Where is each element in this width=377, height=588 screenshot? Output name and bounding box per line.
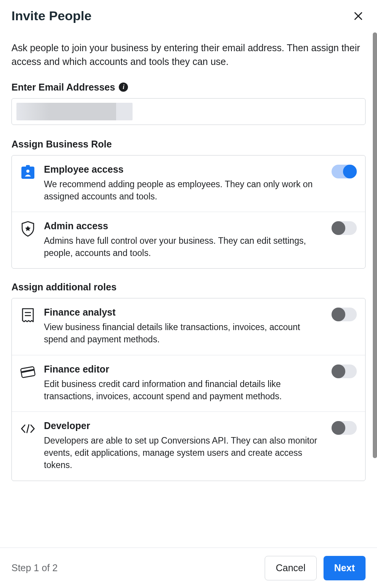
- dialog-footer: Step 1 of 2 Cancel Next: [0, 548, 377, 588]
- role-finance-editor: Finance editor Edit business credit card…: [12, 355, 365, 411]
- role-finance-analyst: Finance analyst View business financial …: [12, 298, 365, 355]
- receipt-icon: [20, 308, 36, 323]
- cancel-button[interactable]: Cancel: [265, 556, 317, 580]
- email-label-row: Enter Email Addresses i: [11, 82, 366, 93]
- role-developer: Developer Developers are able to set up …: [12, 411, 365, 481]
- scrollbar[interactable]: [373, 32, 377, 458]
- dialog-title: Invite People: [11, 8, 92, 23]
- role-title: Admin access: [44, 220, 323, 232]
- toggle-developer[interactable]: [332, 421, 357, 435]
- credit-card-icon: [20, 364, 36, 380]
- role-desc: Edit business credit card information an…: [44, 378, 323, 402]
- business-role-box: Employee access We recommend adding peop…: [11, 155, 366, 269]
- email-label: Enter Email Addresses: [11, 82, 115, 93]
- role-desc: Developers are able to set up Conversion…: [44, 434, 323, 471]
- role-desc: We recommend adding people as employees.…: [44, 178, 323, 202]
- toggle-finance-editor[interactable]: [332, 364, 357, 378]
- toggle-finance-analyst[interactable]: [332, 308, 357, 321]
- svg-point-3: [26, 170, 29, 173]
- next-button[interactable]: Next: [324, 556, 366, 580]
- role-title: Developer: [44, 420, 323, 431]
- additional-roles-box: Finance analyst View business financial …: [11, 298, 366, 481]
- email-chip[interactable]: [16, 103, 133, 120]
- shield-star-icon: [20, 221, 36, 236]
- role-title: Employee access: [44, 164, 323, 175]
- toggle-employee-access[interactable]: [332, 165, 357, 178]
- toggle-admin-access[interactable]: [332, 221, 357, 235]
- badge-icon: [20, 165, 36, 180]
- business-role-title: Assign Business Role: [11, 139, 366, 150]
- info-icon[interactable]: i: [119, 83, 128, 92]
- role-desc: View business financial details like tra…: [44, 321, 323, 345]
- role-title: Finance analyst: [44, 307, 323, 318]
- role-title: Finance editor: [44, 364, 323, 375]
- svg-rect-2: [26, 165, 30, 168]
- code-icon: [20, 421, 36, 436]
- step-indicator: Step 1 of 2: [11, 562, 58, 573]
- role-admin-access: Admin access Admins have full control ov…: [12, 212, 365, 268]
- role-employee-access: Employee access We recommend adding peop…: [12, 156, 365, 212]
- close-button[interactable]: [351, 9, 366, 23]
- role-desc: Admins have full control over your busin…: [44, 235, 323, 259]
- additional-roles-title: Assign additional roles: [11, 282, 366, 293]
- svg-line-8: [27, 425, 29, 433]
- intro-text: Ask people to join your business by ente…: [11, 41, 366, 69]
- email-input[interactable]: [11, 98, 366, 125]
- svg-line-7: [22, 369, 34, 372]
- close-icon: [353, 10, 364, 22]
